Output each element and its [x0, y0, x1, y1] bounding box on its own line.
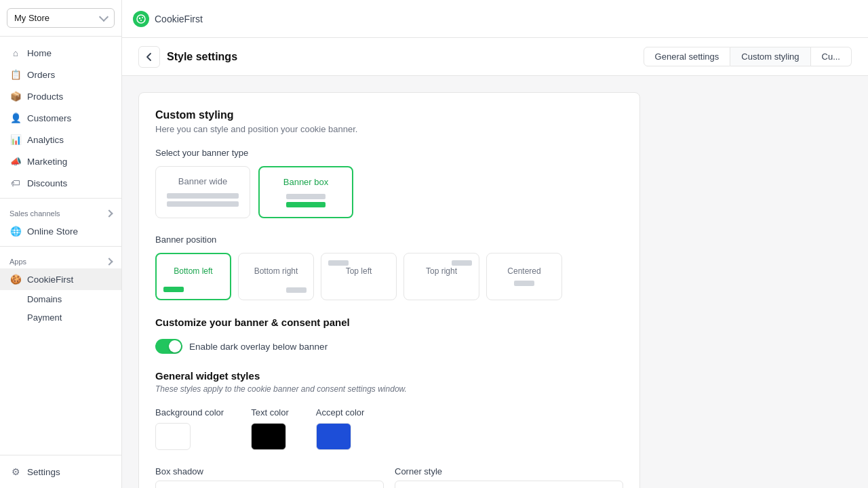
banner-type-grid: Banner wide Banner box [155, 166, 623, 218]
svg-point-3 [140, 20, 142, 21]
divider-1 [0, 198, 121, 199]
settings-label: Settings [27, 467, 60, 477]
banner-position-grid: Bottom left Bottom right Top left Top ri… [155, 253, 623, 300]
domains-label: Domains [27, 294, 62, 304]
chevron-down-icon [99, 12, 108, 22]
banner-type-label: Select your banner type [155, 148, 623, 158]
sidebar-item-products[interactable]: 📦 Products [0, 85, 121, 107]
select-grid: Box shadow Light None Medium Heavy Corne… [155, 466, 623, 488]
toggle-label: Enable dark overlay below banner [189, 342, 328, 352]
box-shadow-select[interactable]: Light None Medium Heavy [155, 481, 384, 488]
discounts-icon: 🏷 [9, 177, 22, 189]
settings-icon: ⚙ [9, 466, 22, 478]
position-bottom-left-indicator [163, 287, 184, 292]
svg-point-1 [139, 17, 140, 18]
cookiefirst-icon: 🍪 [9, 273, 22, 285]
banner-option-wide[interactable]: Banner wide [155, 166, 250, 218]
sidebar-item-customers-label: Customers [27, 113, 71, 123]
position-bottom-right-indicator [286, 287, 307, 293]
sidebar-item-analytics-label: Analytics [27, 135, 64, 145]
content-area: Custom styling Here you can style and po… [122, 76, 868, 488]
color-field-accept: Accept color [316, 407, 365, 450]
header-tabs: General settings Custom styling Cu... [644, 47, 852, 66]
position-bottom-left-label: Bottom left [174, 266, 212, 276]
tab-custom-styling[interactable]: Custom styling [730, 47, 810, 66]
sidebar-item-home[interactable]: ⌂ Home [0, 42, 121, 64]
svg-point-2 [142, 17, 143, 18]
topbar: CookieFirst [122, 0, 868, 38]
back-arrow-icon [144, 52, 155, 62]
position-top-right[interactable]: Top right [403, 253, 479, 300]
page-header-left: Style settings [138, 46, 237, 68]
widget-subtitle: These styles apply to the cookie banner … [155, 384, 623, 394]
content-card: Custom styling Here you can style and po… [138, 92, 640, 488]
position-centered-label: Centered [507, 266, 540, 276]
color-field-background: Background color [155, 407, 224, 450]
back-button[interactable] [138, 46, 160, 68]
accept-color-swatch[interactable] [316, 423, 351, 450]
section-subtitle: Here you can style and position your coo… [155, 124, 623, 134]
sidebar-item-orders-label: Orders [27, 70, 55, 80]
corner-style-select[interactable]: Square Rounded Pill [395, 481, 623, 488]
sidebar-item-online-store[interactable]: 🌐 Online Store [0, 220, 121, 242]
sidebar-item-products-label: Products [27, 92, 63, 102]
text-color-label: Text color [251, 407, 289, 418]
main-area: CookieFirst Style settings General setti… [122, 0, 868, 488]
apps-section: Apps [0, 251, 121, 268]
app-logo: CookieFirst [133, 11, 203, 27]
payment-label: Payment [27, 312, 62, 323]
sidebar-item-discounts[interactable]: 🏷 Discounts [0, 172, 121, 194]
tab-general-settings[interactable]: General settings [644, 47, 731, 66]
analytics-icon: 📊 [9, 134, 22, 146]
position-bottom-right[interactable]: Bottom right [238, 253, 314, 300]
apps-expand-icon [105, 258, 113, 265]
banner-wide-bar [167, 201, 239, 207]
banner-box-preview [286, 194, 325, 199]
toggle-row: Enable dark overlay below banner [155, 339, 623, 354]
orders-icon: 📋 [9, 68, 22, 81]
banner-box-bar [286, 202, 325, 207]
banner-position-label: Banner position [155, 235, 623, 245]
products-icon: 📦 [9, 90, 22, 102]
page-title: Style settings [167, 51, 237, 63]
sidebar-item-online-store-label: Online Store [27, 226, 78, 237]
toggle-thumb [169, 340, 181, 352]
sales-channels-section: Sales channels [0, 203, 121, 220]
color-field-text: Text color [251, 407, 289, 450]
sidebar-item-orders[interactable]: 📋 Orders [0, 64, 121, 85]
store-dropdown[interactable]: My Store [7, 8, 115, 28]
sidebar-item-marketing[interactable]: 📣 Marketing [0, 150, 121, 172]
sidebar-item-home-label: Home [27, 48, 52, 58]
banner-option-box[interactable]: Banner box [258, 166, 353, 218]
sidebar-nav: ⌂ Home 📋 Orders 📦 Products 👤 Customers 📊… [0, 37, 121, 455]
sidebar-item-customers[interactable]: 👤 Customers [0, 107, 121, 129]
position-centered[interactable]: Centered [486, 253, 562, 300]
position-centered-indicator [514, 281, 534, 286]
sidebar-item-cookiefirst[interactable]: 🍪 CookieFirst [0, 268, 121, 290]
text-color-swatch[interactable] [251, 423, 286, 450]
position-bottom-left[interactable]: Bottom left [155, 253, 231, 300]
expand-icon [105, 209, 113, 217]
bg-color-swatch[interactable] [155, 423, 191, 450]
banner-wide-preview [167, 193, 239, 199]
box-shadow-label: Box shadow [155, 466, 384, 476]
position-top-left-indicator [328, 260, 349, 266]
dark-overlay-toggle[interactable] [155, 339, 182, 354]
sidebar-item-marketing-label: Marketing [27, 157, 67, 167]
sidebar-item-cookiefirst-label: CookieFirst [27, 274, 73, 285]
sidebar-item-settings[interactable]: ⚙ Settings [0, 461, 121, 483]
sidebar-item-discounts-label: Discounts [27, 178, 67, 188]
banner-wide-label: Banner wide [167, 176, 239, 186]
online-store-icon: 🌐 [9, 225, 22, 237]
sidebar-sub-item-payment[interactable]: Payment [0, 308, 121, 327]
tab-cu[interactable]: Cu... [811, 47, 852, 66]
bg-color-label: Background color [155, 407, 224, 418]
sidebar-item-analytics[interactable]: 📊 Analytics [0, 129, 121, 150]
position-top-left[interactable]: Top left [321, 253, 397, 300]
logo-icon [133, 11, 149, 27]
box-shadow-field: Box shadow Light None Medium Heavy [155, 466, 384, 488]
section-title: Custom styling [155, 109, 623, 121]
apps-label: Apps [9, 258, 26, 266]
sidebar-sub-item-domains[interactable]: Domains [0, 290, 121, 308]
marketing-icon: 📣 [9, 155, 22, 167]
